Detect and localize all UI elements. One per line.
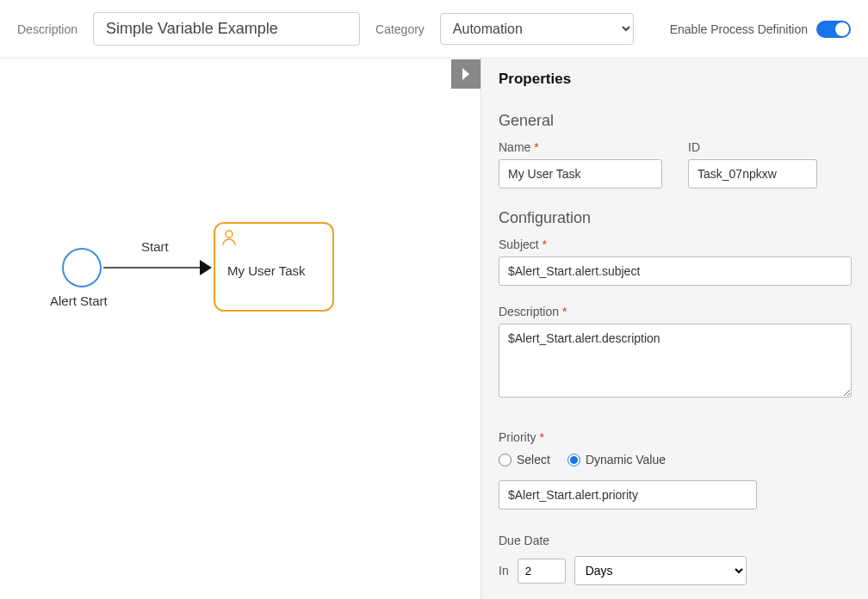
enable-toggle-wrap: Enable Process Definition: [670, 21, 851, 38]
id-label: ID: [688, 140, 817, 154]
properties-panel: Properties General Name * ID Configurati…: [480, 59, 868, 599]
process-canvas[interactable]: Alert Start Start My User Task: [0, 59, 451, 599]
category-select[interactable]: Automation: [440, 13, 634, 45]
start-event-label: Alert Start: [50, 293, 108, 308]
start-event-node[interactable]: [62, 248, 102, 287]
arrow-icon: [200, 260, 212, 275]
due-date-label: Due Date: [499, 534, 851, 547]
user-task-icon: [220, 229, 238, 249]
configuration-heading: Configuration: [481, 194, 868, 232]
general-heading: General: [481, 96, 868, 135]
name-label: Name *: [499, 140, 662, 154]
panel-collapse-button[interactable]: [451, 59, 480, 89]
priority-dynamic-radio[interactable]: Dynamic Value: [567, 453, 666, 466]
sequence-flow[interactable]: [103, 267, 202, 269]
enable-toggle[interactable]: [816, 21, 851, 38]
due-unit-select[interactable]: Days: [574, 556, 747, 585]
top-bar: Description Category Automation Enable P…: [0, 0, 868, 59]
description-field-label: Description *: [499, 305, 851, 318]
panel-title: Properties: [481, 59, 868, 96]
sequence-flow-label: Start: [141, 239, 169, 254]
user-task-node[interactable]: My User Task: [214, 222, 334, 312]
subject-label: Subject *: [499, 238, 851, 251]
description-label: Description: [17, 22, 78, 36]
due-in-label: In: [499, 564, 509, 577]
svg-marker-1: [462, 68, 469, 80]
enable-label: Enable Process Definition: [670, 22, 808, 36]
name-input[interactable]: [499, 159, 662, 188]
description-textarea[interactable]: [499, 324, 852, 398]
priority-select-radio[interactable]: Select: [499, 453, 550, 466]
subject-input[interactable]: [499, 256, 852, 286]
due-number-input[interactable]: [518, 559, 566, 584]
priority-label: Priority *: [499, 430, 851, 444]
user-task-label: My User Task: [227, 263, 306, 278]
priority-input[interactable]: [499, 480, 757, 509]
description-input[interactable]: [93, 12, 360, 46]
category-label: Category: [375, 22, 425, 36]
svg-point-0: [226, 231, 232, 238]
id-input[interactable]: [688, 159, 817, 188]
